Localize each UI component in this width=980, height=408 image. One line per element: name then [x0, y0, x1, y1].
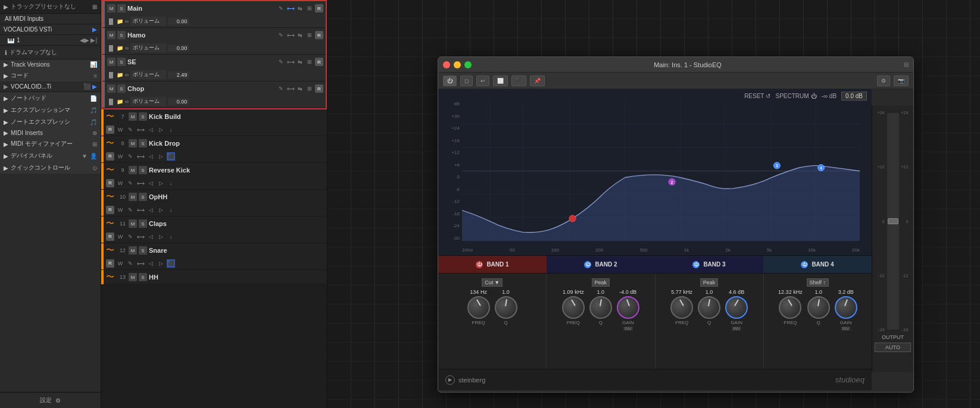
arrow1-btn-8[interactable]: ◁	[146, 152, 155, 161]
track-versions-btn[interactable]: ▶ Track Versions 📊	[0, 59, 101, 70]
arrow-btn-chop[interactable]: ⇆	[296, 84, 304, 93]
down-btn-9[interactable]: ↓	[167, 179, 175, 187]
camera-btn[interactable]: 📷	[894, 76, 909, 86]
solo-btn-12[interactable]: S	[139, 246, 147, 255]
record-btn-hamo[interactable]: R	[315, 31, 323, 39]
edit-btn-se[interactable]: ✎	[277, 58, 285, 66]
band3-q-knob[interactable]	[698, 296, 720, 319]
mute-btn-11[interactable]: M	[129, 219, 137, 228]
w-btn-11[interactable]: W	[116, 233, 124, 241]
arrow2-btn-10[interactable]: ▷	[157, 206, 165, 214]
arrow2-btn-7[interactable]: ▷	[157, 125, 165, 134]
record-btn-main[interactable]: R	[315, 4, 323, 12]
midi-inputs-row[interactable]: All MIDI Inputs	[0, 14, 101, 24]
sidebar-preset-row[interactable]: ▶ トラックプリセットなし ⊞	[0, 0, 101, 14]
quick-control-btn[interactable]: ▶ クイックコントロール ⊙	[0, 162, 101, 174]
link-btn-se[interactable]: ⟷	[286, 58, 295, 66]
chord-btn[interactable]: ▶ コード ≡	[0, 70, 101, 81]
arrow2-btn-12[interactable]: ▷	[157, 259, 165, 268]
down-btn-7[interactable]: ↓	[167, 125, 175, 134]
band2-q-knob[interactable]	[589, 296, 612, 319]
record-btn-7[interactable]: R	[106, 125, 114, 134]
output-fader-thumb[interactable]	[888, 218, 898, 224]
record-btn-chop[interactable]: R	[315, 84, 323, 93]
plugin-window[interactable]: Main: Ins. 1 - StudioEQ ⊟ ⏻ ◻ ↩ ⬜ ⬛ 📌 ⚙ …	[438, 57, 914, 393]
link-btn-12[interactable]: ⟷	[136, 259, 145, 268]
record-btn-12[interactable]: R	[106, 259, 114, 268]
pin-btn[interactable]: 📌	[530, 76, 545, 86]
down-btn-11[interactable]: ↓	[167, 233, 175, 241]
lock-btn-chop[interactable]: ⊞	[305, 84, 314, 93]
note-expression-btn[interactable]: ▶ ノートエクスプレッシ 🎵	[0, 116, 101, 128]
solo-btn-se[interactable]: S	[117, 58, 126, 66]
link-btn-8[interactable]: ⟷	[136, 152, 145, 161]
mute-btn-chop[interactable]: M	[107, 84, 116, 93]
mute-btn-se[interactable]: M	[107, 58, 116, 66]
edit-btn-8[interactable]: ✎	[126, 152, 135, 161]
solo-btn-hamo[interactable]: S	[117, 31, 126, 39]
eq-active-12[interactable]: ⬛	[167, 259, 175, 268]
solo-btn-chop[interactable]: S	[117, 84, 126, 93]
notepad-btn[interactable]: ▶ ノートパッド 📄	[0, 92, 101, 104]
arrow1-btn-10[interactable]: ◁	[146, 206, 155, 214]
w-btn-7[interactable]: W	[116, 125, 124, 134]
solo-btn-9[interactable]: S	[139, 166, 147, 174]
eq-btn-main[interactable]: ⟷	[286, 4, 295, 12]
mute-btn-13[interactable]: M	[129, 273, 137, 281]
record-btn-9[interactable]: R	[106, 179, 114, 187]
auto-btn[interactable]: AUTO	[875, 343, 911, 352]
arrow-btn-se[interactable]: ⇆	[296, 58, 304, 66]
midi-inserts-btn[interactable]: ▶ MIDI Inserts ⊕	[0, 128, 101, 138]
band4-gain-knob[interactable]	[835, 296, 857, 319]
band1-freq-knob[interactable]	[467, 296, 490, 319]
arrow1-btn-11[interactable]: ◁	[146, 233, 155, 241]
mute-btn-hamo[interactable]: M	[107, 31, 116, 39]
link-btn-9[interactable]: ⟷	[136, 179, 145, 187]
record-btn-8[interactable]: R	[106, 152, 114, 161]
link-btn-hamo[interactable]: ⟷	[286, 31, 295, 39]
edit-btn-12[interactable]: ✎	[126, 259, 135, 268]
preset-btn[interactable]: ◻	[460, 76, 473, 86]
expression-btn[interactable]: ▶ エクスプレッションマ 🎵	[0, 104, 101, 116]
vocaloid-row[interactable]: VOCALOID5 VSTi ▶	[0, 24, 101, 35]
mute-btn-12[interactable]: M	[129, 246, 137, 255]
link-btn-chop[interactable]: ⟷	[286, 84, 295, 93]
w-btn-10[interactable]: W	[116, 206, 124, 214]
w-btn-8[interactable]: W	[116, 152, 124, 161]
band3-freq-knob[interactable]	[670, 296, 693, 319]
window-btn[interactable]: ⬜	[493, 76, 508, 86]
lock-btn-se[interactable]: ⊞	[305, 58, 314, 66]
vocaloid-ti-row[interactable]: ▶ VOCALOID...Ti ⬛ ▶	[0, 81, 101, 92]
w-btn-9[interactable]: W	[116, 179, 124, 187]
band3-gain-knob[interactable]	[725, 296, 748, 319]
arrow1-btn-9[interactable]: ◁	[146, 179, 155, 187]
band2-gain-knob[interactable]	[617, 296, 639, 319]
eq-active-8[interactable]: ⬛	[167, 152, 175, 161]
solo-btn-main[interactable]: S	[117, 4, 126, 12]
band2-type-selector[interactable]: Peak	[592, 278, 610, 287]
solo-btn-11[interactable]: S	[139, 219, 147, 228]
minimize-btn[interactable]	[454, 61, 461, 68]
settings-row[interactable]: 設定 ⚙	[0, 392, 101, 408]
arrow-btn-main[interactable]: ⇆	[296, 4, 304, 12]
band4-q-knob[interactable]	[807, 296, 830, 319]
mute-btn-9[interactable]: M	[129, 166, 137, 174]
record-btn-se[interactable]: R	[315, 58, 323, 66]
down-btn-10[interactable]: ↓	[167, 206, 175, 214]
record-btn-11[interactable]: R	[106, 233, 114, 241]
solo-btn-7[interactable]: S	[139, 112, 147, 121]
edit-btn-7[interactable]: ✎	[126, 125, 135, 134]
output-fader[interactable]	[887, 113, 899, 329]
drum-map-row[interactable]: ℹ ドラムマップなし	[0, 46, 101, 59]
lock-btn-hamo[interactable]: ⊞	[305, 31, 314, 39]
band3-power-btn[interactable]: ⏻	[692, 261, 700, 268]
midi-modifier-btn[interactable]: ▶ MIDI モディファイアー ⊞	[0, 138, 101, 150]
spectrum-btn[interactable]: SPECTRUM ⏻	[775, 93, 816, 99]
edit-btn-10[interactable]: ✎	[126, 206, 135, 214]
edit-btn-main[interactable]: ✎	[277, 4, 285, 12]
band4-freq-knob[interactable]	[779, 296, 801, 319]
band2-power-btn[interactable]: ⏻	[584, 261, 591, 268]
link-btn-10[interactable]: ⟷	[136, 206, 145, 214]
edit-btn-9[interactable]: ✎	[126, 179, 135, 187]
arrow-btn-hamo[interactable]: ⇆	[296, 31, 304, 39]
